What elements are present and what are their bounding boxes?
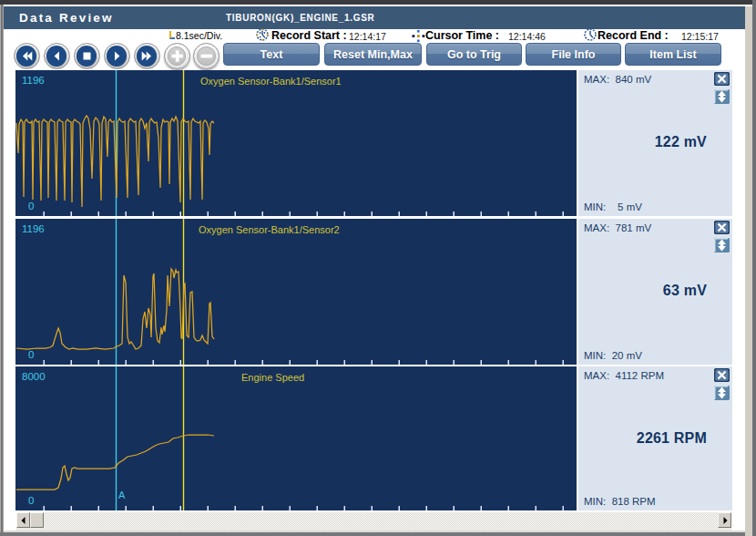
svg-text:Engine Speed: Engine Speed <box>241 372 304 383</box>
svg-text:1196: 1196 <box>22 75 45 86</box>
svg-text:Oxygen Sensor-Bank1/Sensor1: Oxygen Sensor-Bank1/Sensor1 <box>200 76 342 87</box>
svg-text:0: 0 <box>28 495 34 506</box>
svg-text:1196: 1196 <box>22 223 45 234</box>
svg-text:0: 0 <box>28 349 34 360</box>
svg-text:8000: 8000 <box>22 371 46 382</box>
svg-text:Oxygen Sensor-Bank1/Sensor2: Oxygen Sensor-Bank1/Sensor2 <box>199 224 340 235</box>
svg-text:A: A <box>118 490 126 500</box>
svg-text:0: 0 <box>28 201 34 211</box>
